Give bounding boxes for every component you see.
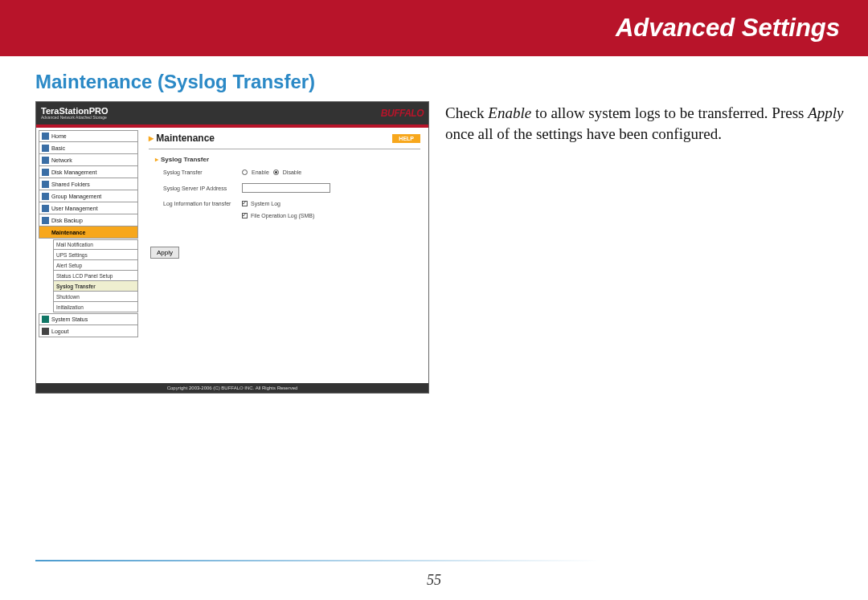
nav-disk-backup[interactable]: Disk Backup xyxy=(39,214,138,227)
checkbox-system-log[interactable] xyxy=(242,201,248,206)
bullet-icon: ▸ xyxy=(155,156,158,163)
header-bar: Advanced Settings xyxy=(0,0,868,56)
app-body: Home Basic Network Disk Management Share… xyxy=(36,128,428,383)
app-footer: Copyright 2003-2006 (C) BUFFALO INC. All… xyxy=(36,383,428,393)
nav-icon xyxy=(42,316,49,323)
nav-sub-label: Alert Setup xyxy=(56,263,82,268)
app-topbar: TeraStationPRO Advanced Network Attached… xyxy=(36,102,428,124)
nav-user-management[interactable]: User Management xyxy=(39,202,138,214)
header-title: Advanced Settings xyxy=(616,14,840,43)
nav-label: System Status xyxy=(51,316,88,322)
app-screenshot: TeraStationPRO Advanced Network Attached… xyxy=(35,101,429,394)
nav-label: Shared Folders xyxy=(51,182,90,187)
desc-part: Check xyxy=(445,104,488,121)
page-number: 55 xyxy=(0,572,868,589)
nav-basic[interactable]: Basic xyxy=(39,142,138,154)
ip-address-input[interactable] xyxy=(242,183,330,193)
checkbox-file-op-log[interactable] xyxy=(242,213,248,218)
form-label: Syslog Transfer xyxy=(163,169,235,175)
radio-disable[interactable] xyxy=(273,169,279,175)
nav-label: Home xyxy=(51,133,67,139)
nav-sub-label: UPS Settings xyxy=(56,252,88,258)
nav-icon xyxy=(42,169,49,176)
nav-sub-shutdown[interactable]: Shutdown xyxy=(53,292,138,302)
checkbox-label: File Operation Log (SMB) xyxy=(251,213,314,218)
app-sidebar: Home Basic Network Disk Management Share… xyxy=(36,128,141,383)
nav-system-status[interactable]: System Status xyxy=(39,313,138,325)
app-main-panel: HELP ▸ Maintenance ▸Syslog Transfer Sysl… xyxy=(141,128,428,383)
nav-label: Network xyxy=(51,157,72,163)
nav-sub-status-lcd[interactable]: Status LCD Panel Setup xyxy=(53,271,138,281)
nav-sub-label: Status LCD Panel Setup xyxy=(56,273,113,279)
nav-group-management[interactable]: Group Management xyxy=(39,190,138,202)
nav-sub-label: Mail Notification xyxy=(56,242,93,247)
brand-right: BUFFALO xyxy=(381,108,424,119)
radio-label: Enable xyxy=(252,169,269,175)
nav-label: Group Management xyxy=(51,194,101,199)
nav-icon xyxy=(42,181,49,188)
content-area: Maintenance (Syslog Transfer) TeraStatio… xyxy=(0,56,868,394)
radio-label: Disable xyxy=(283,169,301,175)
brand-subtitle: Advanced Network Attached Storage xyxy=(41,116,108,120)
panel-title: ▸ Maintenance xyxy=(149,133,420,144)
nav-shared-folders[interactable]: Shared Folders xyxy=(39,178,138,190)
form-label: Log Information for transfer xyxy=(163,201,235,206)
form-field: System Log File Operation Log (SMB) xyxy=(242,201,420,218)
nav-network[interactable]: Network xyxy=(39,154,138,166)
desc-emphasis: Enable xyxy=(488,104,531,121)
footer-divider xyxy=(35,560,842,561)
nav-icon xyxy=(42,133,49,140)
divider xyxy=(149,149,420,149)
nav-logout[interactable]: Logout xyxy=(39,325,138,337)
nav-sub-ups-settings[interactable]: UPS Settings xyxy=(53,250,138,260)
nav-label: User Management xyxy=(51,206,98,211)
nav-disk-management[interactable]: Disk Management xyxy=(39,166,138,178)
nav-icon xyxy=(42,205,49,212)
nav-icon xyxy=(42,217,49,224)
form-row-log-info: Log Information for transfer System Log … xyxy=(163,201,420,218)
panel-title-text: Maintenance xyxy=(156,133,215,144)
nav-sub-label: Shutdown xyxy=(56,294,80,300)
desc-emphasis: Apply xyxy=(808,104,843,121)
nav-sub-mail-notification[interactable]: Mail Notification xyxy=(53,239,138,250)
nav-icon xyxy=(42,145,49,152)
form-row-syslog-transfer: Syslog Transfer Enable Disable xyxy=(163,169,420,175)
nav-sub-initialization[interactable]: Initialization xyxy=(53,302,138,312)
nav-sub-syslog-transfer[interactable]: Syslog Transfer xyxy=(53,281,138,292)
form-label: Syslog Server IP Address xyxy=(163,186,235,191)
nav-sub-label: Syslog Transfer xyxy=(56,284,96,289)
nav-icon xyxy=(42,328,49,335)
nav-sub-alert-setup[interactable]: Alert Setup xyxy=(53,260,138,271)
desc-part: to allow system logs to be transferred. … xyxy=(531,104,808,121)
nav-label: Logout xyxy=(51,329,68,334)
left-column: Maintenance (Syslog Transfer) TeraStatio… xyxy=(35,71,429,394)
form-field xyxy=(242,183,420,193)
right-column: Check Enable to allow system logs to be … xyxy=(445,71,844,394)
nav-label: Disk Management xyxy=(51,169,96,175)
bullet-icon: ▸ xyxy=(149,133,154,144)
help-button[interactable]: HELP xyxy=(392,134,420,143)
nav-icon xyxy=(42,229,49,236)
apply-button[interactable]: Apply xyxy=(150,247,179,259)
form-row-ip-address: Syslog Server IP Address xyxy=(163,183,420,193)
panel-subheading-text: Syslog Transfer xyxy=(161,156,209,163)
form-field: Enable Disable xyxy=(242,169,420,175)
description-text: Check Enable to allow system logs to be … xyxy=(445,103,844,144)
nav-maintenance[interactable]: Maintenance xyxy=(39,227,138,239)
nav-sub-label: Initialization xyxy=(56,304,84,310)
panel-subheading: ▸Syslog Transfer xyxy=(155,156,420,163)
section-title: Maintenance (Syslog Transfer) xyxy=(35,71,429,93)
brand-logo: TeraStationPRO Advanced Network Attached… xyxy=(41,107,108,120)
nav-icon xyxy=(42,193,49,200)
nav-label: Basic xyxy=(51,145,65,151)
radio-enable[interactable] xyxy=(242,169,248,175)
nav-home[interactable]: Home xyxy=(39,130,138,142)
nav-label: Disk Backup xyxy=(51,218,83,223)
nav-icon xyxy=(42,157,49,164)
checkbox-label: System Log xyxy=(251,201,280,206)
desc-part: once all of the settings have been confi… xyxy=(445,125,722,142)
nav-label: Maintenance xyxy=(51,230,85,235)
